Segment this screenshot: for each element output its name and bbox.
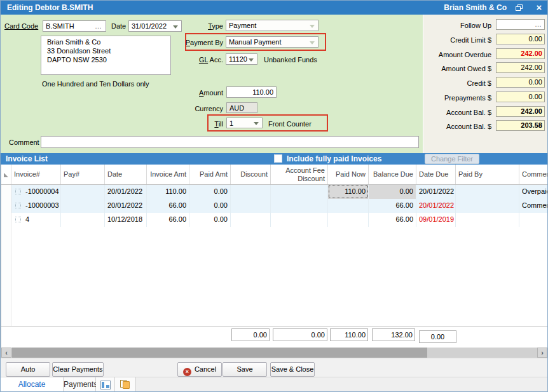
cell-date-due[interactable]: 09/01/2019 bbox=[416, 213, 456, 227]
cell-balance-due[interactable]: 66.00 bbox=[369, 213, 416, 227]
cell-invoice[interactable]: 4 bbox=[11, 213, 61, 227]
col-header-account-fee-discount[interactable]: Account Fee Discount bbox=[271, 165, 328, 184]
cancel-button[interactable]: ×Cancel bbox=[177, 362, 222, 377]
cell-paid-amt[interactable]: 0.00 bbox=[189, 213, 231, 227]
chevron-down-icon[interactable] bbox=[249, 58, 254, 62]
cell-paid-by[interactable] bbox=[456, 199, 519, 213]
col-header-paid-amt[interactable]: Paid Amt bbox=[189, 165, 231, 184]
cell-date-due[interactable]: 20/01/2022 bbox=[416, 199, 456, 213]
close-icon[interactable]: × bbox=[534, 1, 544, 14]
cell-paid-now[interactable] bbox=[328, 199, 369, 213]
chevron-down-icon[interactable] bbox=[310, 25, 315, 28]
cell-account-fee[interactable] bbox=[271, 213, 328, 227]
cell-paid-by[interactable] bbox=[456, 213, 519, 227]
cell-discount[interactable] bbox=[231, 199, 271, 213]
table-row[interactable]: -10000003 20/01/2022 66.00 0.00 66.00 20… bbox=[1, 199, 548, 213]
scroll-left-icon[interactable]: ‹ bbox=[1, 348, 11, 358]
row-expander[interactable] bbox=[15, 203, 21, 208]
cell-account-fee[interactable] bbox=[271, 199, 328, 213]
include-fully-paid-label: Include fully paid Invoices bbox=[287, 153, 381, 165]
change-filter-button[interactable]: Change Filter bbox=[425, 154, 479, 164]
invoice-grid: Invoice# Pay# Date Invoice Amt Paid Amt … bbox=[1, 165, 547, 348]
restore-window-icon[interactable] bbox=[516, 4, 523, 11]
header-corner-cell[interactable] bbox=[1, 165, 11, 184]
col-header-paid-by[interactable]: Paid By bbox=[456, 165, 519, 184]
sort-triangle-icon bbox=[4, 173, 8, 177]
cell-paid-now[interactable] bbox=[328, 213, 369, 227]
cell-paid-amt[interactable]: 0.00 bbox=[189, 199, 231, 213]
amount-label: Amount bbox=[160, 89, 223, 97]
cell-paid-now[interactable]: 110.00 bbox=[328, 185, 369, 199]
cell-pay[interactable] bbox=[61, 199, 105, 213]
account-bal2-field: 203.58 bbox=[496, 120, 545, 131]
cell-invoice-amt[interactable]: 66.00 bbox=[147, 199, 189, 213]
copy-documents-button[interactable] bbox=[115, 377, 136, 392]
col-header-discount[interactable]: Discount bbox=[231, 165, 271, 184]
table-row[interactable]: 4 10/12/2018 66.00 0.00 66.00 09/01/2019 bbox=[1, 213, 548, 227]
credit-limit-field: 0.00 bbox=[496, 34, 545, 44]
invoice-list-bar: Invoice List Include fully paid Invoices… bbox=[1, 153, 547, 165]
cell-invoice-amt[interactable]: 66.00 bbox=[147, 213, 189, 227]
tab-allocate-payments[interactable]: Allocate Payments bbox=[1, 377, 64, 392]
card-code-field[interactable]: B.SMITH … bbox=[43, 20, 106, 32]
cell-comment[interactable]: Overpaid bbox=[519, 185, 548, 199]
horizontal-scrollbar[interactable]: ‹ › bbox=[1, 348, 547, 358]
clear-payments-button[interactable]: Clear Payments bbox=[52, 362, 104, 377]
cell-comment[interactable] bbox=[519, 213, 548, 227]
col-header-paid-now[interactable]: Paid Now bbox=[328, 165, 369, 184]
scrollbar-thumb[interactable] bbox=[12, 348, 427, 358]
scroll-right-icon[interactable]: › bbox=[537, 348, 547, 358]
cell-invoice-amt[interactable]: 110.00 bbox=[147, 185, 189, 199]
auto-payment-button[interactable]: Auto Payment bbox=[6, 362, 50, 377]
cell-paid-by[interactable] bbox=[456, 185, 519, 199]
save-close-button[interactable]: Save & Close bbox=[270, 362, 315, 377]
col-header-comment[interactable]: Comment bbox=[519, 165, 548, 184]
card-code-ellipsis-icon[interactable]: … bbox=[95, 21, 102, 31]
cell-discount[interactable] bbox=[231, 213, 271, 227]
col-header-pay[interactable]: Pay# bbox=[61, 165, 105, 184]
copy-icon bbox=[120, 380, 131, 389]
type-dropdown[interactable]: Payment bbox=[226, 20, 319, 31]
cell-invoice[interactable]: -10000004 bbox=[11, 185, 61, 199]
cell-balance-due[interactable]: 0.00 bbox=[369, 185, 416, 199]
total-account-fee: 0.00 bbox=[273, 328, 327, 341]
cell-paid-amt[interactable]: 0.00 bbox=[189, 185, 231, 199]
row-expander[interactable] bbox=[15, 189, 21, 194]
cell-pay[interactable] bbox=[61, 185, 105, 199]
prepayments-label: Prepayments $ bbox=[423, 93, 491, 104]
cell-pay[interactable] bbox=[61, 213, 105, 227]
cell-invoice[interactable]: -10000003 bbox=[11, 199, 61, 213]
cell-date[interactable]: 20/01/2022 bbox=[105, 199, 147, 213]
save-button[interactable]: Save bbox=[223, 362, 267, 377]
table-row[interactable]: I -10000004 20/01/2022 110.00 0.00 110.0… bbox=[1, 185, 548, 199]
col-header-invoice[interactable]: Invoice# bbox=[11, 165, 61, 184]
card-code-label: Card Code bbox=[4, 22, 38, 30]
row-indicator-column bbox=[1, 185, 11, 326]
include-fully-paid-checkbox[interactable] bbox=[274, 154, 282, 163]
col-header-date-due[interactable]: Date Due bbox=[416, 165, 456, 184]
invoice-list-title: Invoice List bbox=[6, 153, 48, 165]
report-icon bbox=[100, 381, 111, 389]
cell-comment[interactable]: Comment bbox=[519, 199, 548, 213]
amount-field[interactable]: 110.00 bbox=[226, 86, 277, 98]
col-header-balance-due[interactable]: Balance Due bbox=[369, 165, 416, 184]
cell-date[interactable]: 10/12/2018 bbox=[105, 213, 147, 227]
cell-date-due[interactable]: 20/01/2022 bbox=[416, 185, 456, 199]
cell-discount[interactable] bbox=[231, 185, 271, 199]
comment-field[interactable] bbox=[41, 136, 419, 148]
col-header-date[interactable]: Date bbox=[105, 165, 147, 184]
tab-payments[interactable]: Payments bbox=[64, 377, 96, 392]
col-header-invoice-amt[interactable]: Invoice Amt bbox=[147, 165, 189, 184]
cell-date[interactable]: 20/01/2022 bbox=[105, 185, 147, 199]
bottom-tab-bar: Allocate Payments Payments bbox=[1, 377, 547, 392]
follow-up-field[interactable]: … bbox=[496, 19, 545, 30]
cell-balance-due[interactable]: 66.00 bbox=[369, 199, 416, 213]
report-view-button[interactable] bbox=[96, 377, 115, 392]
gl-acc-dropdown[interactable]: 11120 bbox=[226, 53, 257, 65]
action-button-bar: Auto Payment Clear Payments ×Cancel Save… bbox=[1, 358, 547, 377]
follow-up-ellipsis-icon[interactable]: … bbox=[535, 20, 542, 29]
row-expander[interactable] bbox=[15, 217, 21, 222]
panel-title: Brian Smith & Co bbox=[419, 1, 507, 15]
total-discount: 0.00 bbox=[231, 328, 270, 341]
cell-account-fee[interactable] bbox=[271, 185, 328, 199]
